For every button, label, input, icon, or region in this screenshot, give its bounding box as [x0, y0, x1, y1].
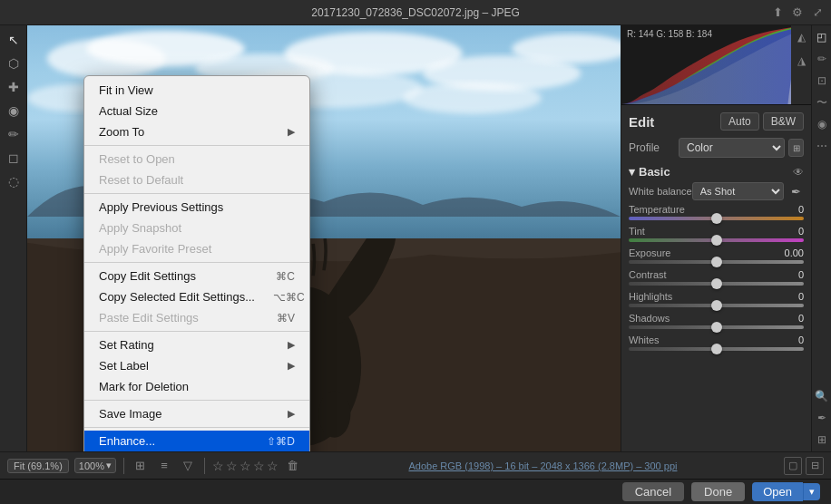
menu-set-rating[interactable]: Set Rating ▶: [84, 334, 309, 355]
whites-thumb[interactable]: [711, 344, 722, 354]
view-list-icon[interactable]: ≡: [155, 457, 173, 475]
contrast-label: Contrast: [629, 269, 667, 280]
histogram-clip-low[interactable]: ◮: [793, 53, 809, 69]
profile-select[interactable]: Color Monochrome Adobe Standard: [679, 138, 785, 158]
zoom-display[interactable]: Fit (69.1%): [7, 459, 69, 473]
panel-icon-color[interactable]: ◉: [814, 116, 830, 132]
star-1[interactable]: ☆: [212, 459, 224, 473]
view-single-icon[interactable]: ▢: [784, 457, 802, 475]
panel-icon-grid[interactable]: ⊞: [814, 431, 830, 448]
star-2[interactable]: ☆: [226, 459, 238, 473]
menu-copy-selected[interactable]: Copy Selected Edit Settings... ⌥⌘C: [84, 286, 309, 307]
status-buttons: Cancel Done Open ▾: [622, 482, 820, 501]
tool-heal[interactable]: ✚: [3, 76, 24, 98]
shortcut-copy-edit: ⌘C: [276, 270, 295, 283]
profile-label: Profile: [629, 141, 679, 154]
cancel-button[interactable]: Cancel: [622, 482, 684, 501]
menu-separator-4: [84, 331, 309, 332]
panel-icon-histogram[interactable]: ◰: [814, 29, 830, 45]
title-bar: 20171230_072836_DSC02072.jpg – JPEG ⬆ ⚙ …: [0, 0, 831, 25]
temperature-value: 0: [778, 204, 804, 215]
trash-icon[interactable]: 🗑: [284, 457, 302, 475]
tool-redeye[interactable]: ◉: [3, 100, 24, 121]
menu-save-image[interactable]: Save Image ▶: [84, 403, 309, 424]
gear-icon[interactable]: ⚙: [791, 6, 804, 19]
open-dropdown-button[interactable]: ▾: [803, 483, 820, 500]
star-3[interactable]: ☆: [240, 459, 251, 473]
menu-set-label[interactable]: Set Label ▶: [84, 355, 309, 376]
temperature-track[interactable]: [629, 217, 804, 220]
star-5[interactable]: ☆: [267, 459, 279, 473]
temperature-thumb[interactable]: [711, 213, 722, 224]
tool-radial[interactable]: ◌: [3, 170, 24, 192]
shadows-thumb[interactable]: [711, 322, 722, 333]
basic-visibility-icon[interactable]: 👁: [793, 166, 804, 179]
highlights-value: 0: [778, 291, 804, 302]
tint-thumb[interactable]: [711, 235, 722, 246]
menu-paste-edit[interactable]: Paste Edit Settings ⌘V: [84, 307, 309, 328]
menu-apply-fav[interactable]: Apply Favorite Preset: [84, 238, 309, 259]
tint-track[interactable]: [629, 238, 804, 242]
white-balance-row: White balance As Shot Auto Daylight Clou…: [629, 182, 804, 200]
shadows-track[interactable]: [629, 325, 804, 329]
panel-icon-brush[interactable]: ✒: [814, 410, 830, 426]
zoom-percent[interactable]: 100% ▾: [74, 458, 116, 473]
panel-icon-edit[interactable]: ✏: [814, 51, 830, 67]
main-layout: ↖ ⬡ ✚ ◉ ✏ ◻ ◌: [0, 25, 831, 451]
panel-icon-curves[interactable]: 〜: [814, 94, 830, 111]
menu-separator-2: [84, 193, 309, 194]
highlights-thumb[interactable]: [711, 300, 722, 311]
exposure-thumb[interactable]: [711, 257, 722, 267]
wb-select[interactable]: As Shot Auto Daylight Cloudy Shade Custo…: [692, 182, 784, 200]
left-toolbar: ↖ ⬡ ✚ ◉ ✏ ◻ ◌: [0, 25, 27, 451]
open-button[interactable]: Open: [752, 482, 803, 501]
exposure-track[interactable]: [629, 260, 804, 264]
menu-mark-delete[interactable]: Mark for Deletion: [84, 376, 309, 397]
panel-icon-zoom[interactable]: 🔍: [814, 388, 830, 404]
tool-brush[interactable]: ✏: [3, 123, 24, 145]
histogram-clip-high[interactable]: ◭: [793, 29, 809, 45]
submenu-arrow-label: ▶: [288, 360, 295, 372]
bottom-toolbar: Fit (69.1%) 100% ▾ ⊞ ≡ ▽ ☆ ☆ ☆ ☆ ☆ 🗑 Ado…: [0, 451, 831, 479]
contrast-row: Contrast 0: [629, 269, 804, 286]
highlights-track[interactable]: [629, 304, 804, 307]
eyedropper-icon[interactable]: ✒: [787, 183, 804, 199]
menu-fit-in-view[interactable]: Fit in View: [84, 80, 309, 101]
menu-apply-snapshot[interactable]: Apply Snapshot: [84, 218, 309, 238]
histogram-right-icons: ◭ ◮: [791, 25, 811, 104]
menu-apply-prev[interactable]: Apply Previous Settings: [84, 197, 309, 218]
exposure-row: Exposure 0.00: [629, 247, 804, 264]
expand-icon[interactable]: ⤢: [811, 6, 824, 19]
menu-reset-open[interactable]: Reset to Open: [84, 149, 309, 170]
wb-label: White balance: [629, 186, 692, 197]
basic-section-header[interactable]: ▾ Basic 👁: [629, 165, 804, 179]
tool-gradient[interactable]: ◻: [3, 147, 24, 169]
contrast-thumb[interactable]: [711, 278, 722, 289]
view-grid-icon[interactable]: ⊞: [132, 457, 150, 475]
file-info[interactable]: Adobe RGB (1998) – 16 bit – 2048 x 1366 …: [308, 460, 778, 471]
whites-label: Whites: [629, 334, 660, 345]
auto-button[interactable]: Auto: [720, 112, 759, 131]
panel-icon-details[interactable]: ⊡: [814, 73, 830, 89]
profile-grid-button[interactable]: ⊞: [788, 139, 804, 157]
menu-zoom-to[interactable]: Zoom To ▶: [84, 121, 309, 142]
basic-collapse-icon: ▾: [629, 165, 635, 179]
panel-icon-more[interactable]: ⋯: [814, 138, 830, 154]
tool-crop[interactable]: ⬡: [3, 53, 24, 74]
view-compare-icon[interactable]: ⊟: [806, 457, 824, 475]
menu-separator-5: [84, 400, 309, 401]
whites-track[interactable]: [629, 347, 804, 351]
export-icon[interactable]: ⬆: [771, 6, 784, 19]
menu-enhance[interactable]: Enhance... ⇧⌘D: [84, 431, 309, 451]
stars-row: ☆ ☆ ☆ ☆ ☆: [212, 459, 279, 473]
bw-button[interactable]: B&W: [763, 112, 804, 131]
submenu-arrow-save: ▶: [288, 408, 295, 420]
menu-actual-size[interactable]: Actual Size: [84, 101, 309, 121]
contrast-track[interactable]: [629, 282, 804, 286]
filter-icon[interactable]: ▽: [179, 457, 197, 475]
star-4[interactable]: ☆: [253, 459, 265, 473]
tool-cursor[interactable]: ↖: [3, 29, 24, 51]
menu-reset-default[interactable]: Reset to Default: [84, 170, 309, 190]
menu-copy-edit[interactable]: Copy Edit Settings ⌘C: [84, 266, 309, 286]
done-button[interactable]: Done: [691, 482, 745, 501]
